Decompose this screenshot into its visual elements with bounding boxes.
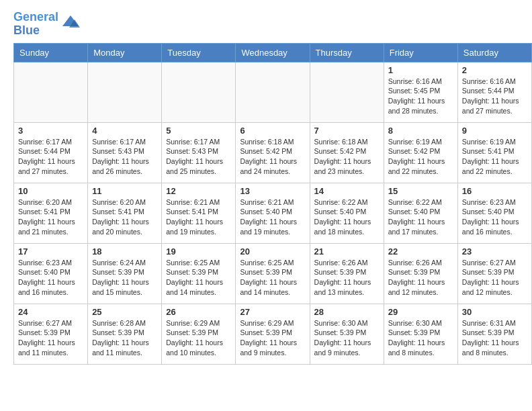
calendar-day-cell: 28Sunrise: 6:30 AM Sunset: 5:39 PM Dayli…: [310, 304, 384, 364]
day-number: 7: [314, 126, 380, 136]
calendar-day-cell: 6Sunrise: 6:18 AM Sunset: 5:42 PM Daylig…: [236, 122, 310, 183]
calendar-day-cell: [236, 62, 310, 122]
day-info: Sunrise: 6:25 AM Sunset: 5:39 PM Dayligh…: [240, 258, 305, 298]
day-number: 8: [388, 126, 453, 136]
day-info: Sunrise: 6:21 AM Sunset: 5:41 PM Dayligh…: [166, 197, 231, 237]
day-number: 4: [92, 126, 157, 136]
calendar-day-cell: 1Sunrise: 6:16 AM Sunset: 5:45 PM Daylig…: [384, 62, 457, 122]
calendar-day-cell: 23Sunrise: 6:27 AM Sunset: 5:39 PM Dayli…: [457, 243, 531, 304]
logo-icon: [61, 13, 80, 32]
calendar-day-cell: 16Sunrise: 6:23 AM Sunset: 5:40 PM Dayli…: [457, 183, 531, 243]
calendar-week-row: 3Sunrise: 6:17 AM Sunset: 5:44 PM Daylig…: [14, 122, 532, 183]
day-info: Sunrise: 6:31 AM Sunset: 5:39 PM Dayligh…: [462, 318, 527, 358]
day-number: 14: [314, 186, 380, 196]
calendar-day-cell: 14Sunrise: 6:22 AM Sunset: 5:40 PM Dayli…: [310, 183, 384, 243]
day-number: 30: [462, 307, 527, 317]
day-number: 5: [166, 126, 231, 136]
calendar-day-cell: 29Sunrise: 6:30 AM Sunset: 5:39 PM Dayli…: [384, 304, 457, 364]
calendar-day-cell: 3Sunrise: 6:17 AM Sunset: 5:44 PM Daylig…: [14, 122, 88, 183]
weekday-header: Thursday: [310, 43, 384, 62]
day-number: 28: [314, 307, 380, 317]
day-number: 1: [388, 65, 453, 75]
weekday-header: Friday: [384, 43, 457, 62]
weekday-header: Saturday: [457, 43, 531, 62]
day-info: Sunrise: 6:18 AM Sunset: 5:42 PM Dayligh…: [314, 137, 380, 177]
day-number: 9: [462, 126, 527, 136]
day-number: 26: [166, 307, 231, 317]
day-number: 20: [240, 246, 305, 257]
day-number: 15: [388, 186, 453, 196]
calendar-day-cell: 4Sunrise: 6:17 AM Sunset: 5:43 PM Daylig…: [88, 122, 162, 183]
calendar-day-cell: 8Sunrise: 6:19 AM Sunset: 5:42 PM Daylig…: [384, 122, 457, 183]
day-number: 23: [462, 246, 527, 257]
calendar-day-cell: 21Sunrise: 6:26 AM Sunset: 5:39 PM Dayli…: [310, 243, 384, 304]
day-number: 10: [18, 186, 83, 196]
calendar-day-cell: 30Sunrise: 6:31 AM Sunset: 5:39 PM Dayli…: [457, 304, 531, 364]
weekday-header: Sunday: [14, 43, 88, 62]
weekday-header: Wednesday: [236, 43, 310, 62]
day-number: 11: [92, 186, 157, 196]
day-info: Sunrise: 6:20 AM Sunset: 5:41 PM Dayligh…: [18, 197, 83, 237]
day-number: 27: [240, 307, 305, 317]
day-info: Sunrise: 6:28 AM Sunset: 5:39 PM Dayligh…: [92, 318, 157, 358]
day-info: Sunrise: 6:21 AM Sunset: 5:40 PM Dayligh…: [240, 197, 305, 237]
day-info: Sunrise: 6:22 AM Sunset: 5:40 PM Dayligh…: [388, 197, 453, 237]
calendar-day-cell: [14, 62, 88, 122]
day-info: Sunrise: 6:23 AM Sunset: 5:40 PM Dayligh…: [18, 258, 83, 298]
day-info: Sunrise: 6:23 AM Sunset: 5:40 PM Dayligh…: [462, 197, 527, 237]
day-info: Sunrise: 6:17 AM Sunset: 5:43 PM Dayligh…: [166, 137, 231, 177]
calendar-day-cell: 11Sunrise: 6:20 AM Sunset: 5:41 PM Dayli…: [88, 183, 162, 243]
calendar-day-cell: 25Sunrise: 6:28 AM Sunset: 5:39 PM Dayli…: [88, 304, 162, 364]
day-number: 6: [240, 126, 305, 136]
day-info: Sunrise: 6:29 AM Sunset: 5:39 PM Dayligh…: [240, 318, 305, 358]
calendar-day-cell: 5Sunrise: 6:17 AM Sunset: 5:43 PM Daylig…: [162, 122, 236, 183]
calendar-day-cell: 10Sunrise: 6:20 AM Sunset: 5:41 PM Dayli…: [14, 183, 88, 243]
calendar-header: SundayMondayTuesdayWednesdayThursdayFrid…: [14, 43, 532, 62]
day-info: Sunrise: 6:25 AM Sunset: 5:39 PM Dayligh…: [166, 258, 231, 298]
day-info: Sunrise: 6:20 AM Sunset: 5:41 PM Dayligh…: [92, 197, 157, 237]
day-info: Sunrise: 6:19 AM Sunset: 5:42 PM Dayligh…: [388, 137, 453, 177]
calendar-week-row: 10Sunrise: 6:20 AM Sunset: 5:41 PM Dayli…: [14, 183, 532, 243]
calendar-day-cell: 15Sunrise: 6:22 AM Sunset: 5:40 PM Dayli…: [384, 183, 457, 243]
day-info: Sunrise: 6:17 AM Sunset: 5:44 PM Dayligh…: [18, 137, 83, 177]
day-number: 16: [462, 186, 527, 196]
logo-text: General Blue: [13, 11, 58, 38]
weekday-header: Tuesday: [162, 43, 236, 62]
calendar-day-cell: [88, 62, 162, 122]
day-info: Sunrise: 6:30 AM Sunset: 5:39 PM Dayligh…: [314, 318, 380, 358]
calendar-week-row: 24Sunrise: 6:27 AM Sunset: 5:39 PM Dayli…: [14, 304, 532, 364]
calendar-day-cell: [310, 62, 384, 122]
weekday-header: Monday: [88, 43, 162, 62]
day-number: 12: [166, 186, 231, 196]
day-number: 17: [18, 246, 83, 257]
day-number: 19: [166, 246, 231, 257]
calendar-table: SundayMondayTuesdayWednesdayThursdayFrid…: [13, 43, 532, 365]
day-number: 13: [240, 186, 305, 196]
day-info: Sunrise: 6:27 AM Sunset: 5:39 PM Dayligh…: [462, 258, 527, 298]
calendar-day-cell: 18Sunrise: 6:24 AM Sunset: 5:39 PM Dayli…: [88, 243, 162, 304]
day-info: Sunrise: 6:24 AM Sunset: 5:39 PM Dayligh…: [92, 258, 157, 298]
day-info: Sunrise: 6:16 AM Sunset: 5:45 PM Dayligh…: [388, 77, 453, 116]
calendar-day-cell: 19Sunrise: 6:25 AM Sunset: 5:39 PM Dayli…: [162, 243, 236, 304]
calendar-day-cell: 27Sunrise: 6:29 AM Sunset: 5:39 PM Dayli…: [236, 304, 310, 364]
day-info: Sunrise: 6:30 AM Sunset: 5:39 PM Dayligh…: [388, 318, 453, 358]
calendar-day-cell: 24Sunrise: 6:27 AM Sunset: 5:39 PM Dayli…: [14, 304, 88, 364]
day-info: Sunrise: 6:19 AM Sunset: 5:41 PM Dayligh…: [462, 137, 527, 177]
day-info: Sunrise: 6:16 AM Sunset: 5:44 PM Dayligh…: [462, 77, 527, 116]
day-number: 22: [388, 246, 453, 257]
calendar-week-row: 1Sunrise: 6:16 AM Sunset: 5:45 PM Daylig…: [14, 62, 532, 122]
calendar-day-cell: 17Sunrise: 6:23 AM Sunset: 5:40 PM Dayli…: [14, 243, 88, 304]
day-number: 25: [92, 307, 157, 317]
day-info: Sunrise: 6:22 AM Sunset: 5:40 PM Dayligh…: [314, 197, 380, 237]
calendar-day-cell: 20Sunrise: 6:25 AM Sunset: 5:39 PM Dayli…: [236, 243, 310, 304]
day-number: 2: [462, 65, 527, 75]
calendar-day-cell: [162, 62, 236, 122]
calendar-day-cell: 22Sunrise: 6:26 AM Sunset: 5:39 PM Dayli…: [384, 243, 457, 304]
calendar-week-row: 17Sunrise: 6:23 AM Sunset: 5:40 PM Dayli…: [14, 243, 532, 304]
day-number: 29: [388, 307, 453, 317]
day-info: Sunrise: 6:29 AM Sunset: 5:39 PM Dayligh…: [166, 318, 231, 358]
calendar-day-cell: 2Sunrise: 6:16 AM Sunset: 5:44 PM Daylig…: [457, 62, 531, 122]
day-number: 3: [18, 126, 83, 136]
calendar-day-cell: 7Sunrise: 6:18 AM Sunset: 5:42 PM Daylig…: [310, 122, 384, 183]
calendar-day-cell: 13Sunrise: 6:21 AM Sunset: 5:40 PM Dayli…: [236, 183, 310, 243]
